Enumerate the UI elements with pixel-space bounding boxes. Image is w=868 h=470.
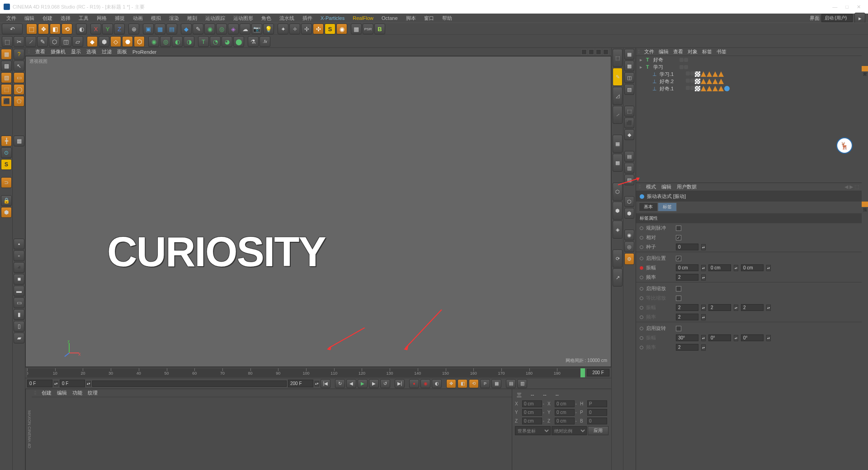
render-region-icon[interactable]: ▤ [166,24,177,34]
amp3-x[interactable] [676,334,698,341]
keyopt-icon[interactable]: ◐ [432,379,442,388]
vp-nav1-icon[interactable] [581,49,587,55]
frame-slider[interactable] [92,381,287,387]
spin[interactable]: ▴▾ [734,265,738,271]
lt2-grid-icon[interactable]: ▦ [14,136,24,146]
coord-mode2[interactable]: 绝对比例 [552,426,587,435]
render-settings-icon[interactable]: ▦ [155,24,165,34]
lt2-m5-icon[interactable]: ▬ [14,286,24,296]
rt2-9[interactable]: ▥ [624,163,634,174]
freq3-input[interactable] [676,344,698,351]
light-icon[interactable]: 💡 [263,24,274,34]
menu-char[interactable]: 角色 [258,14,275,23]
rt1-6[interactable]: ▩ [613,154,623,172]
menu-window[interactable]: 窗口 [420,14,438,23]
menu-mograph[interactable]: 运动图形 [230,14,257,23]
menu-plugin[interactable]: 插件 [299,14,316,23]
timeline-ruler[interactable]: 0102030405060708090100110120130140150160… [27,368,585,377]
lt2-arrow-icon[interactable]: ↖ [14,61,24,71]
coord-y[interactable] [522,409,542,416]
rt2-1[interactable]: ▦ [624,49,634,60]
autokey-icon[interactable]: ◉ [420,379,430,388]
spin[interactable]: ▴▾ [701,335,706,341]
vp-camera[interactable]: 摄像机 [51,48,66,55]
rt2-5[interactable]: ⬚ [624,106,634,117]
coord-sy[interactable] [555,409,575,416]
xp5-icon[interactable]: ◉ [336,24,347,34]
rf-icon[interactable]: ▦ [351,24,362,34]
layout-next-icon[interactable]: ▸ [854,13,865,24]
vp-panel[interactable]: 面板 [117,48,127,55]
menu-anim[interactable]: 动画 [129,14,146,23]
menu-pipe[interactable]: 流水线 [276,14,298,23]
menu-render[interactable]: 渲染 [165,14,183,23]
maximize-button[interactable]: □ [845,4,849,10]
spin[interactable]: ▴▾ [701,305,706,311]
b-icon[interactable]: B [374,24,385,34]
settings-gear-icon[interactable]: ⚙ [624,253,634,265]
mat-tex[interactable]: 纹理 [88,390,98,396]
menu-realflow[interactable]: RealFlow [349,14,377,22]
pen-tool-icon[interactable]: ✎ [193,24,203,34]
frame-start-input[interactable] [27,380,52,387]
rt2-12[interactable]: ⬢ [624,208,634,219]
mat-create[interactable]: 创建 [42,390,52,396]
fx-icon[interactable]: .fx [259,36,270,47]
obj-tab-view[interactable]: 查看 [673,48,683,55]
t2-3[interactable]: ⟋ [25,36,36,47]
vp-options[interactable]: 选项 [86,48,96,55]
xp4-icon[interactable]: ✣ [313,24,324,34]
loop-icon[interactable]: ↻ [335,379,345,388]
chk-enablepos[interactable] [676,256,681,261]
goto-start-icon[interactable]: |◀ [321,379,330,388]
chk-enablescale[interactable] [676,286,681,291]
vp-nav3-icon[interactable] [596,49,601,55]
camera-icon[interactable]: 📷 [251,24,262,34]
attr-edit[interactable]: 编辑 [661,183,671,190]
t2-15[interactable]: ◐ [172,36,183,47]
spin-icon[interactable]: ▴▾ [86,381,91,386]
k2-icon[interactable]: ◧ [458,379,467,388]
k3-icon[interactable]: ⟲ [469,379,479,388]
chk-uniform[interactable] [676,296,681,301]
menu-sculpt[interactable]: 雕刻 [184,14,201,23]
amp-z-input[interactable] [741,264,764,271]
amp-y-input[interactable] [708,264,731,271]
menu-create[interactable]: 创建 [39,14,56,23]
frame-cur-input[interactable] [60,380,85,387]
coord-h[interactable] [587,400,607,407]
vp-prorender[interactable]: ProRender [132,49,156,55]
tree-row[interactable]: ▸T好奇 [636,56,862,63]
subtab-basic[interactable]: 基本 [639,202,658,212]
scale-tool-icon[interactable]: ◧ [50,24,61,34]
vp-view[interactable]: 查看 [35,48,45,55]
subtab-tag[interactable]: 标签 [658,202,677,212]
rt1-11[interactable]: ↗ [613,268,623,287]
menu-tools[interactable]: 工具 [75,14,92,23]
environment-icon[interactable]: ☁ [240,24,250,34]
deformer-icon[interactable]: ◈ [228,24,239,34]
spin[interactable]: ▴▾ [701,265,706,271]
menu-mesh[interactable]: 网格 [93,14,110,23]
t2-1[interactable]: ⬚ [2,36,13,47]
menu-track[interactable]: 运动跟踪 [202,14,229,23]
coord-mode1[interactable]: 世界坐标 [515,426,551,435]
amp2-y[interactable] [708,304,731,311]
lt-magnet-icon[interactable]: ⊃ [1,177,12,188]
lt2-m6-icon[interactable]: ▭ [14,297,24,308]
lt2-m4-icon[interactable]: ◽ [14,274,24,285]
side-tab-1[interactable]: 对象 [862,66,868,71]
menu-edit[interactable]: 编辑 [21,14,38,23]
menu-select[interactable]: 选择 [57,14,74,23]
lt-work-icon[interactable]: ⬢ [1,207,12,218]
t2-6[interactable]: ◫ [61,36,71,47]
vp-nav2-icon[interactable] [589,49,594,55]
lt-uv-icon[interactable]: ▧ [1,72,12,83]
apply-button[interactable]: 应用 [588,426,609,435]
rt2-13[interactable]: ◉ [624,230,634,240]
lt2-m3-icon[interactable]: ◾ [14,262,24,273]
menu-octane[interactable]: Octane [378,14,401,22]
lt-s-icon[interactable]: S [1,159,12,170]
coord-b[interactable] [587,418,607,424]
axis-y-icon[interactable]: Y [102,24,113,34]
